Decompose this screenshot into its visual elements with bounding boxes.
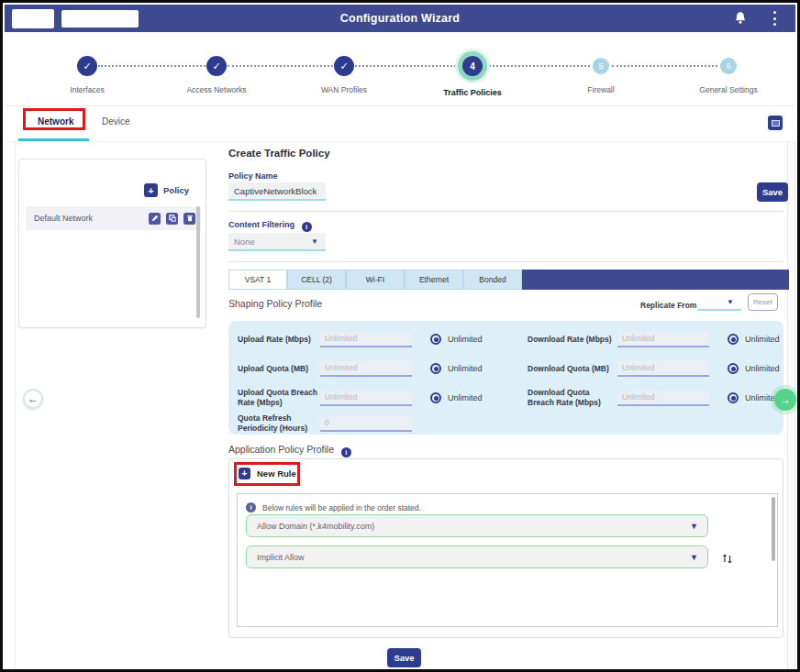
trash-icon — [186, 215, 194, 222]
chevron-down-icon: ▼ — [690, 553, 698, 562]
notifications-bell-icon[interactable] — [731, 9, 750, 28]
tab-cell-2[interactable]: CELL (2) — [287, 270, 346, 290]
download-rate-input[interactable] — [617, 332, 709, 347]
interface-tab-bar: VSAT 1 CELL (2) Wi-FI Ethernet Bonded — [228, 270, 789, 290]
policy-panel-scrollbar[interactable] — [196, 206, 200, 318]
step-label-wan-profiles: WAN Profiles — [289, 85, 399, 94]
stepper-connector — [489, 65, 590, 67]
reset-button[interactable]: Reset — [748, 293, 778, 311]
edit-policy-button[interactable] — [149, 213, 161, 225]
info-icon[interactable]: i — [302, 222, 312, 232]
policy-list-panel: + Policy Default Network — [18, 159, 206, 328]
policy-name-input[interactable] — [228, 182, 326, 201]
application-policy-card: + New Rule i Below rules will be applied… — [228, 458, 783, 638]
step-interfaces-circle[interactable]: ✓ — [77, 56, 97, 76]
download-quota-field: Download Quota (MB) Unlimited — [528, 353, 780, 384]
policy-name-label: Default Network — [34, 214, 149, 223]
rule-allow-domain[interactable]: Allow Domain (*.k4mobility.com) ▼ — [246, 514, 708, 537]
rules-container: i Below rules will be applied in the ord… — [237, 493, 778, 627]
reorder-arrows-icon[interactable] — [721, 552, 734, 565]
policy-list-item[interactable]: Default Network — [26, 206, 201, 230]
stepper-connector — [355, 65, 456, 67]
shaping-policy-title: Shaping Policy Profile — [228, 298, 322, 309]
info-icon[interactable]: i — [341, 447, 351, 457]
download-breach-rate-field: Download Quota Breach Rate (Mbps) Unlimi… — [528, 380, 780, 415]
active-tab-underline — [18, 138, 89, 141]
annotation-box-new-rule — [234, 462, 300, 486]
replicate-from-select[interactable]: ▼ — [697, 294, 741, 311]
content-filtering-label: Content Filtering i — [228, 220, 312, 232]
copy-policy-button[interactable] — [166, 213, 178, 225]
back-arrow-button[interactable]: ← — [23, 389, 43, 409]
wizard-stepper: ✓ ✓ ✓ 4 5 6 Interfaces Access Networks W… — [5, 32, 795, 106]
chevron-down-icon: ▼ — [311, 237, 318, 246]
upload-quota-unlimited-radio[interactable] — [430, 363, 441, 374]
step-label-firewall: Firewall — [546, 85, 656, 94]
logo-placeholder-wide — [61, 10, 139, 28]
left-edge-line — [15, 142, 16, 669]
tab-ethernet[interactable]: Ethernet — [405, 270, 463, 290]
divider — [228, 261, 783, 262]
panel-toggle-icon[interactable] — [768, 116, 783, 130]
download-quota-input[interactable] — [617, 361, 709, 377]
footer-save-button[interactable]: Save — [387, 648, 421, 667]
step-wan-profiles-circle[interactable]: ✓ — [334, 56, 354, 76]
step-label-traffic-policies: Traffic Policies — [417, 88, 528, 97]
step-label-access-networks: Access Networks — [161, 85, 272, 94]
download-rate-unlimited-radio[interactable] — [728, 334, 739, 345]
logo-placeholder — [12, 9, 54, 28]
rules-info-row: i Below rules will be applied in the ord… — [246, 502, 421, 512]
download-quota-unlimited-radio[interactable] — [728, 363, 739, 374]
info-icon: i — [246, 502, 256, 512]
download-breach-rate-input[interactable] — [617, 391, 709, 406]
step-label-general-settings: General Settings — [673, 85, 783, 94]
annotation-box-network — [23, 108, 85, 130]
upload-breach-unlimited-radio[interactable] — [430, 392, 441, 403]
copy-icon — [169, 215, 176, 222]
chevron-down-icon: ▼ — [690, 522, 698, 531]
tab-wifi[interactable]: Wi-FI — [346, 270, 405, 290]
upload-rate-input[interactable] — [320, 332, 412, 347]
plus-icon: + — [144, 183, 158, 197]
quota-refresh-field: Quota Refresh Periodicity (Hours) — [238, 410, 412, 437]
tab-vsat-1[interactable]: VSAT 1 — [228, 270, 287, 290]
tab-device[interactable]: Device — [102, 116, 130, 127]
upload-breach-rate-input[interactable] — [320, 391, 412, 406]
rule-implicit-allow[interactable]: Implicit Allow ▼ — [246, 545, 708, 568]
upload-rate-unlimited-radio[interactable] — [430, 334, 441, 345]
chevron-down-icon: ▼ — [727, 298, 734, 306]
tab-bonded[interactable]: Bonded — [463, 270, 522, 290]
more-menu-icon[interactable] — [773, 11, 777, 26]
replicate-from-label: Replicate From: — [640, 301, 699, 310]
app-header: Configuration Wizard — [5, 5, 795, 32]
step-traffic-policies-circle[interactable]: 4 — [462, 56, 483, 76]
download-rate-field: Download Rate (Mbps) Unlimited — [528, 324, 780, 355]
step-label-interfaces: Interfaces — [32, 85, 142, 94]
next-arrow-button[interactable]: → — [774, 389, 796, 411]
pencil-icon — [151, 215, 159, 222]
quota-refresh-input[interactable] — [320, 416, 412, 432]
form-title: Create Traffic Policy — [228, 148, 330, 159]
view-tab-bar: Network Device — [5, 106, 795, 142]
upload-quota-field: Upload Quota (MB) Unlimited — [238, 353, 483, 384]
upload-rate-field: Upload Rate (Mbps) Unlimited — [238, 324, 483, 355]
divider — [228, 211, 783, 212]
step-access-networks-circle[interactable]: ✓ — [206, 56, 227, 76]
configuration-wizard-window: Configuration Wizard ✓ ✓ ✓ 4 5 6 Interfa… — [0, 0, 800, 672]
stepper-connector — [612, 65, 717, 67]
step-general-settings-circle[interactable]: 6 — [720, 58, 737, 74]
stepper-connector — [228, 65, 333, 67]
policy-name-label: Policy Name — [228, 171, 278, 181]
save-policy-button[interactable]: Save — [757, 182, 788, 202]
application-policy-title: Application Policy Profile i — [228, 444, 351, 457]
add-policy-button[interactable]: + Policy — [144, 183, 189, 197]
upload-quota-input[interactable] — [320, 361, 412, 377]
delete-policy-button[interactable] — [183, 213, 195, 225]
rules-scrollbar[interactable] — [772, 497, 775, 561]
step-firewall-circle[interactable]: 5 — [593, 58, 609, 74]
download-breach-unlimited-radio[interactable] — [728, 392, 739, 403]
stepper-connector — [98, 65, 206, 67]
content-filtering-select[interactable]: None ▼ — [228, 233, 326, 251]
